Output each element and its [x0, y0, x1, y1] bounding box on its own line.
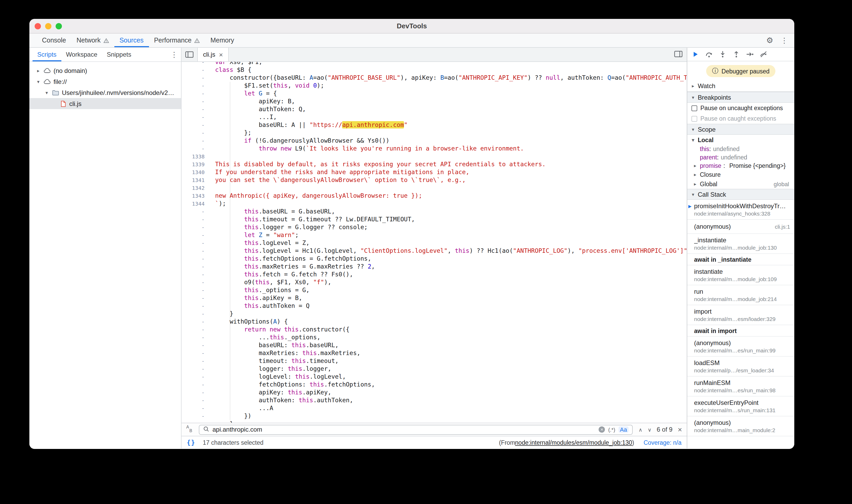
code-text[interactable]: ...A: [205, 404, 273, 412]
close-window-button[interactable]: [35, 23, 41, 29]
code-text[interactable]: this.logLevel = Z,: [205, 239, 309, 247]
code-text[interactable]: this.logger = G.logger ?? console;: [205, 223, 368, 231]
navigator-menu-icon[interactable]: ⋮: [171, 50, 178, 59]
line-number[interactable]: -: [181, 341, 205, 349]
call-stack-frame[interactable]: (anonymous)node:internal/m…es/run_main:9…: [687, 337, 794, 357]
line-number[interactable]: -: [181, 310, 205, 318]
tree-item-folder[interactable]: ▾ Users/jinhuilee/.nvm/versions/node/v2…: [29, 87, 181, 98]
coverage-link[interactable]: Coverage: n/a: [644, 439, 682, 446]
code-text[interactable]: }: [205, 310, 233, 318]
line-number[interactable]: -: [181, 420, 205, 423]
code-text[interactable]: logger: this.logger,: [205, 365, 331, 373]
line-number[interactable]: -: [181, 381, 205, 389]
zoom-window-button[interactable]: [56, 23, 62, 29]
code-text[interactable]: this._options = G,: [205, 286, 309, 294]
line-number[interactable]: -: [181, 255, 205, 263]
breakpoints-section-header[interactable]: ▾ Breakpoints: [687, 92, 794, 103]
call-stack-frame[interactable]: _instantiatenode:internal/m…module_job:1…: [687, 234, 794, 254]
regex-toggle[interactable]: (.*): [608, 427, 616, 432]
step-over-icon[interactable]: [705, 50, 713, 58]
code-text[interactable]: $F1.set(this, void 0);: [205, 82, 324, 90]
call-stack-frame[interactable]: instantiatenode:internal/m…module_job:10…: [687, 265, 794, 285]
line-number[interactable]: -: [181, 318, 205, 326]
line-number[interactable]: -: [181, 349, 205, 357]
code-text[interactable]: ...this._options,: [205, 334, 321, 341]
code-text[interactable]: `);: [205, 200, 226, 208]
match-case-toggle[interactable]: Aa: [618, 426, 628, 433]
line-number[interactable]: -: [181, 113, 205, 121]
close-search-icon[interactable]: ×: [678, 425, 682, 434]
scope-entry-parent[interactable]: parent: undefined: [687, 153, 794, 162]
call-stack-frame[interactable]: (anonymous)cli.js:1: [687, 220, 794, 234]
line-number[interactable]: 1338: [181, 152, 205, 161]
code-text[interactable]: new Anthropic({ apiKey, dangerouslyAllow…: [205, 192, 422, 200]
chevron-right-icon[interactable]: ▸: [36, 68, 41, 73]
line-number[interactable]: -: [181, 263, 205, 271]
line-number[interactable]: -: [181, 216, 205, 223]
code-text[interactable]: }: [205, 420, 233, 423]
code-text[interactable]: If you understand the risks and have app…: [205, 168, 469, 176]
code-text[interactable]: var Xs0, $F1;: [205, 62, 262, 66]
line-number[interactable]: 1341: [181, 176, 205, 184]
code-text[interactable]: logLevel: this.logLevel,: [205, 373, 346, 381]
tab-scripts[interactable]: Scripts: [33, 48, 61, 61]
settings-gear-icon[interactable]: ⚙: [766, 36, 773, 45]
file-tab-cli-js[interactable]: cli.js ×: [197, 48, 229, 61]
line-number[interactable]: -: [181, 247, 205, 255]
code-text[interactable]: maxRetries: this.maxRetries,: [205, 349, 360, 357]
tab-sources[interactable]: Sources: [114, 34, 149, 47]
line-number[interactable]: -: [181, 105, 205, 113]
previous-match-icon[interactable]: ∧: [638, 427, 642, 432]
line-number[interactable]: -: [181, 129, 205, 137]
line-number[interactable]: -: [181, 97, 205, 105]
code-text[interactable]: this.maxRetries = G.maxRetries ?? 2,: [205, 263, 375, 271]
line-number[interactable]: -: [181, 389, 205, 396]
line-number[interactable]: 1340: [181, 168, 205, 176]
next-match-icon[interactable]: ∨: [647, 427, 652, 432]
code-text[interactable]: this.timeout = G.timeout ?? Lw.DEFAULT_T…: [205, 216, 415, 223]
checkbox-caught[interactable]: [691, 116, 697, 121]
line-number[interactable]: -: [181, 208, 205, 216]
code-text[interactable]: timeout: this.timeout,: [205, 357, 339, 365]
code-text[interactable]: apiKey: this.apiKey,: [205, 389, 331, 396]
scope-entry-this[interactable]: this: undefined: [687, 145, 794, 153]
line-number[interactable]: -: [181, 82, 205, 90]
tab-memory[interactable]: Memory: [205, 34, 239, 47]
code-text[interactable]: class $B {: [205, 66, 252, 74]
call-stack-frame[interactable]: ▶promiseInitHookWithDestroyTr…node:inter…: [687, 200, 794, 220]
call-stack-frame[interactable]: runnode:internal/m…module_job:214: [687, 285, 794, 305]
scope-section-header[interactable]: ▾ Scope: [687, 124, 794, 135]
chevron-down-icon[interactable]: ▾: [44, 90, 49, 95]
step-icon[interactable]: [746, 50, 754, 58]
code-text[interactable]: baseURL: A || "https://api.anthropic.com…: [205, 121, 408, 129]
line-number[interactable]: -: [181, 326, 205, 334]
watch-section-header[interactable]: ▸ Watch: [687, 81, 794, 92]
window-titlebar[interactable]: DevTools: [29, 19, 794, 34]
tab-performance[interactable]: Performance: [149, 34, 205, 47]
pretty-print-toggle[interactable]: {}: [187, 439, 195, 446]
pause-on-caught-row[interactable]: Pause on caught exceptions: [687, 113, 794, 124]
line-number[interactable]: 1339: [181, 161, 205, 168]
code-text[interactable]: };: [205, 129, 252, 137]
step-out-icon[interactable]: [732, 50, 740, 58]
call-stack-frame[interactable]: importnode:internal/m…esm/loader:329: [687, 305, 794, 325]
line-number[interactable]: -: [181, 412, 205, 420]
scope-closure-header[interactable]: ▸ Closure: [687, 170, 794, 179]
code-text[interactable]: [205, 184, 215, 192]
line-number[interactable]: -: [181, 231, 205, 239]
search-input[interactable]: [212, 426, 596, 433]
resume-script-icon[interactable]: [691, 50, 699, 58]
code-editor[interactable]: -var Xs0, $F1;-class $B {- constructor({…: [181, 62, 687, 423]
line-number[interactable]: -: [181, 286, 205, 294]
tree-item-cli-js[interactable]: cli.js: [29, 98, 181, 109]
source-link[interactable]: node:internal/modules/esm/module_job:130: [515, 439, 632, 446]
line-number[interactable]: -: [181, 62, 205, 66]
checkbox-uncaught[interactable]: [691, 105, 697, 111]
minimize-window-button[interactable]: [45, 23, 51, 29]
tree-item-no-domain[interactable]: ▸ (no domain): [29, 65, 181, 76]
tab-snippets[interactable]: Snippets: [102, 48, 136, 61]
toggle-sidebar-icon[interactable]: [674, 50, 682, 59]
code-text[interactable]: this.baseURL = G.baseURL,: [205, 208, 335, 216]
scope-entry-promise[interactable]: ▸ promise: Promise {<pending>}: [687, 162, 794, 170]
close-tab-icon[interactable]: ×: [219, 51, 223, 58]
